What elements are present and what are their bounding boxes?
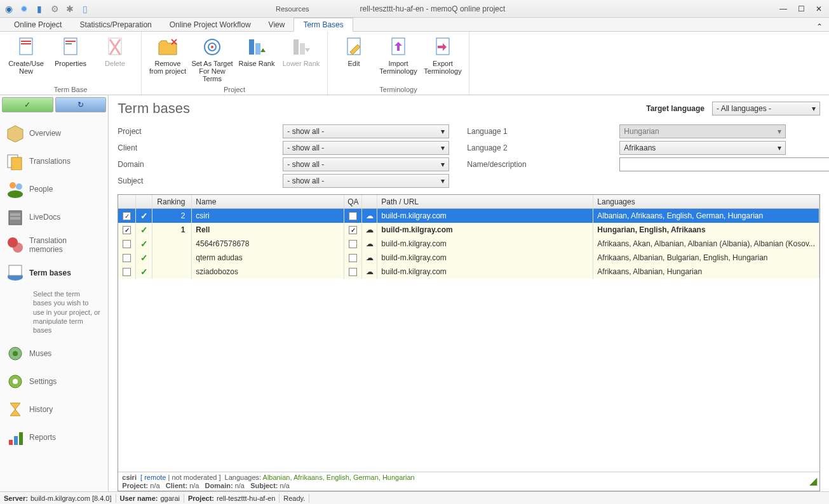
refresh-button[interactable]: ↻ [55, 97, 107, 112]
export-terminology-button[interactable]: Export Terminology [421, 34, 465, 84]
svg-marker-16 [260, 48, 266, 52]
row-qa-checkbox[interactable] [349, 268, 357, 276]
sidebar-item-term-bases[interactable]: Term bases [3, 259, 105, 287]
contextual-tab-group-label: Resources [276, 5, 309, 13]
resize-grip-icon[interactable]: ◢ [809, 475, 817, 487]
puzzle-icon[interactable]: ✱ [64, 3, 76, 15]
row-name: sziadobozos [192, 265, 344, 279]
edit-button[interactable]: Edit [332, 34, 376, 84]
row-qa-checkbox[interactable] [349, 240, 357, 248]
table-row[interactable]: ✓qterm adudas☁build-m.kilgray.comAfrikaa… [118, 251, 819, 265]
column-name[interactable]: Name [192, 195, 344, 209]
svg-rect-1 [21, 41, 31, 42]
row-checkbox[interactable]: ✓ [123, 226, 131, 234]
svg-rect-4 [65, 41, 76, 42]
row-qa-checkbox[interactable] [349, 212, 357, 220]
settings-icon[interactable]: ⚙ [48, 3, 61, 15]
filter-language2-dropdown[interactable]: Afrikaans▾ [619, 141, 786, 155]
table-row[interactable]: ✓4564r67578678☁build-m.kilgray.comAfrika… [118, 237, 819, 251]
document-icon[interactable]: ▯ [79, 3, 91, 15]
left-nav: ✓ ↻ Overview Translations People LiveDoc… [0, 95, 109, 491]
svg-marker-19 [305, 48, 310, 52]
create-use-new-button[interactable]: Create/Use New [4, 34, 48, 84]
details-remote: [ remote [140, 474, 166, 481]
column-location-icon[interactable] [362, 195, 377, 209]
properties-icon [60, 37, 81, 57]
confirm-button[interactable]: ✓ [2, 97, 53, 112]
chevron-down-icon: ▾ [441, 160, 445, 169]
column-qa[interactable]: QA [344, 195, 362, 209]
table-row[interactable]: ✓sziadobozos☁build-m.kilgray.comAfrikaan… [118, 265, 819, 279]
svg-rect-42 [14, 436, 18, 445]
table-row[interactable]: ✓✓2csiri☁build-m.kilgray.comAlbanian, Af… [118, 209, 819, 223]
details-domain-value: n/a [235, 482, 245, 489]
delete-icon [105, 37, 125, 57]
notebook-icon[interactable]: ▮ [33, 3, 46, 15]
column-status[interactable] [136, 195, 152, 209]
gear-icon[interactable]: ✹ [18, 3, 30, 15]
row-checkbox[interactable] [123, 254, 131, 262]
ribbon-collapse-icon[interactable]: ⌃ [810, 22, 829, 31]
remove-from-project-button[interactable]: Remove from project [145, 34, 190, 84]
status-ready: Ready. [283, 494, 305, 502]
row-checkbox[interactable] [123, 268, 131, 276]
tab-view[interactable]: View [260, 18, 294, 31]
sidebar-item-overview[interactable]: Overview [3, 119, 105, 147]
import-terminology-button[interactable]: Import Terminology [376, 34, 421, 84]
row-rank [152, 265, 192, 279]
sidebar-item-reports[interactable]: Reports [3, 423, 105, 451]
row-path: build-m.kilgray.com [377, 237, 593, 251]
nav-items: Overview Translations People LiveDocs Tr… [0, 114, 108, 456]
ribbon-group-label: Project [145, 84, 323, 93]
properties-button[interactable]: Properties [48, 34, 93, 84]
tab-online-project-workflow[interactable]: Online Project Workflow [161, 18, 260, 31]
filter-domain-dropdown[interactable]: - show all -▾ [283, 157, 449, 171]
back-icon[interactable]: ◉ [3, 3, 15, 15]
row-qa-checkbox[interactable] [349, 254, 357, 262]
sidebar-item-translation-memories[interactable]: Translation memories [3, 231, 105, 259]
svg-point-13 [211, 46, 213, 48]
table-header: Ranking Name QA Path / URL Languages [118, 195, 819, 209]
column-ranking[interactable]: Ranking [152, 195, 192, 209]
sidebar-item-people[interactable]: People [3, 175, 105, 203]
table-row[interactable]: ✓✓1Rell✓☁build-m.kilgray.comHungarian, E… [118, 223, 819, 237]
set-as-target-button[interactable]: Set As Target For New Terms [190, 34, 234, 84]
minimize-button[interactable]: — [776, 3, 791, 15]
filter-subject-dropdown[interactable]: - show all -▾ [283, 174, 449, 188]
close-button[interactable]: ✕ [811, 3, 826, 15]
tab-online-project[interactable]: Online Project [5, 18, 71, 31]
filter-name-desc-input[interactable] [619, 157, 829, 171]
sidebar-item-livedocs[interactable]: LiveDocs [3, 203, 105, 231]
filter-project-dropdown[interactable]: - show all -▾ [283, 124, 449, 138]
row-name: qterm adudas [192, 251, 344, 265]
svg-point-27 [10, 182, 16, 189]
status-user-label: User name: [120, 494, 158, 502]
filter-client-dropdown[interactable]: - show all -▾ [283, 141, 449, 155]
column-path[interactable]: Path / URL [377, 195, 593, 209]
target-language-dropdown[interactable]: - All languages -▾ [712, 102, 820, 116]
row-checkbox[interactable] [123, 240, 131, 248]
status-project-label: Project: [188, 494, 214, 502]
raise-rank-button[interactable]: Raise Rank [234, 34, 279, 84]
check-icon: ✓ [140, 267, 148, 277]
tm-icon [6, 236, 24, 254]
filter-language2-label: Language 2 [454, 143, 619, 152]
folder-remove-icon [158, 37, 178, 57]
row-checkbox[interactable]: ✓ [123, 212, 131, 220]
row-languages: Albanian, Afrikaans, English, German, Hu… [593, 209, 819, 223]
column-languages[interactable]: Languages [593, 195, 819, 209]
tab-statistics-preparation[interactable]: Statistics/Preparation [71, 18, 160, 31]
status-server-label: Server: [4, 494, 28, 502]
status-bar: Server: build-m.kilgray.com [8.4.0] User… [0, 491, 829, 504]
filter-project-label: Project [118, 127, 283, 136]
filter-language1-label: Language 1 [454, 127, 619, 136]
sidebar-item-settings[interactable]: Settings [3, 368, 105, 395]
sidebar-item-translations[interactable]: Translations [3, 147, 105, 175]
svg-point-29 [8, 190, 23, 198]
row-qa-checkbox[interactable]: ✓ [349, 226, 357, 234]
tab-term-bases[interactable]: Term Bases [293, 18, 353, 32]
sidebar-item-history[interactable]: History [3, 395, 105, 423]
sidebar-item-muses[interactable]: Muses [3, 340, 105, 368]
maximize-button[interactable]: ☐ [793, 3, 809, 15]
column-checkbox[interactable] [118, 195, 136, 209]
